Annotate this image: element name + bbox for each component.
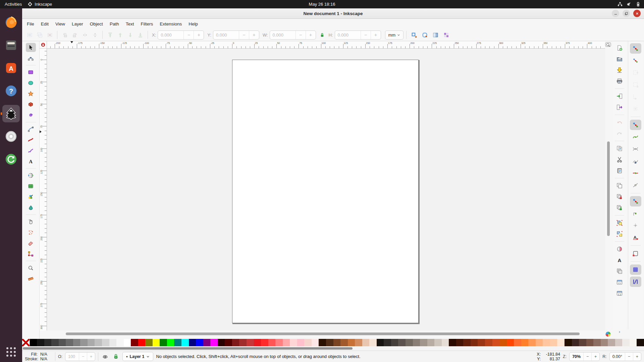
palette-swatch[interactable] [30, 339, 37, 346]
lower-to-bottom-button[interactable] [136, 30, 145, 40]
palette-swatch[interactable] [239, 339, 247, 346]
width-input[interactable]: 0.000 [270, 31, 296, 39]
palette-swatch[interactable] [434, 339, 442, 346]
raise-to-top-button[interactable] [105, 30, 115, 40]
tool-selector[interactable] [26, 43, 36, 52]
menu-extensions[interactable]: Extensions [156, 20, 185, 28]
palette-swatch[interactable] [44, 339, 52, 346]
palette-swatch[interactable] [95, 339, 102, 346]
tool-spray[interactable] [26, 228, 36, 237]
move-gradients-toggle[interactable] [431, 30, 440, 40]
palette-swatch[interactable] [507, 339, 514, 346]
palette-swatch[interactable] [485, 339, 492, 346]
commands-bar-overflow-button[interactable]: › [616, 328, 623, 335]
tool-box-3d[interactable] [26, 100, 36, 109]
palette-swatch[interactable] [225, 339, 232, 346]
palette-swatch[interactable] [319, 339, 326, 346]
palette-swatch[interactable] [442, 339, 449, 346]
snap-smooth-nodes-toggle[interactable] [630, 168, 641, 178]
palette-swatch[interactable] [377, 339, 384, 346]
palette-swatch[interactable] [247, 339, 254, 346]
maximize-button[interactable] [623, 10, 630, 17]
tool-spiral[interactable] [26, 111, 36, 120]
palette-swatch[interactable] [196, 339, 203, 346]
close-button[interactable] [633, 10, 641, 17]
x-increment-button[interactable]: + [194, 31, 204, 39]
height-input[interactable]: 0.000 [335, 31, 361, 39]
snap-bounding-box-toggle[interactable] [630, 55, 641, 66]
color-managed-view-toggle[interactable] [605, 331, 611, 337]
palette-swatch[interactable] [51, 339, 59, 346]
palette-swatch[interactable] [268, 339, 276, 346]
width-increment-button[interactable]: + [306, 31, 316, 39]
palette-swatch[interactable] [203, 339, 211, 346]
layers-dialog-button[interactable] [614, 266, 625, 276]
vertical-scrollbar-thumb[interactable] [607, 141, 610, 236]
new-document-button[interactable] [614, 43, 625, 53]
palette-swatch[interactable] [406, 339, 413, 346]
rotation-input[interactable]: 0.00° [610, 353, 625, 361]
palette-swatch[interactable] [340, 339, 348, 346]
horizontal-scrollbar[interactable] [47, 331, 605, 337]
palette-swatch[interactable] [579, 339, 586, 346]
palette-swatch[interactable] [521, 339, 529, 346]
palette-swatch[interactable] [275, 339, 283, 346]
flip-vertical-button[interactable] [90, 30, 100, 40]
palette-swatch[interactable] [326, 339, 333, 346]
menu-file[interactable]: File [23, 20, 38, 28]
select-all-button[interactable] [25, 30, 34, 40]
snap-path-intersections-toggle[interactable] [630, 144, 641, 154]
palette-swatch[interactable] [427, 339, 435, 346]
tool-node-editor[interactable] [26, 54, 36, 63]
tool-tweak[interactable] [26, 217, 36, 226]
minimize-button[interactable] [612, 10, 619, 17]
activities-button[interactable]: Activities [5, 2, 22, 7]
page[interactable] [232, 60, 419, 323]
palette-swatch[interactable] [572, 339, 579, 346]
rotation-decrement-button[interactable]: − [625, 353, 633, 361]
unlink-clone-button[interactable] [614, 203, 625, 213]
snap-bbox-edges-toggle[interactable] [630, 67, 641, 78]
tool-dropper[interactable] [26, 192, 36, 201]
opacity-decrement-button[interactable]: − [79, 353, 87, 361]
palette-swatch[interactable] [37, 339, 44, 346]
palette-swatch[interactable] [471, 339, 478, 346]
menu-filters[interactable]: Filters [137, 20, 156, 28]
palette-swatch[interactable] [124, 339, 131, 346]
copy-button[interactable] [614, 144, 625, 153]
snap-object-centers-toggle[interactable] [630, 208, 641, 219]
palette-swatch[interactable] [189, 339, 196, 346]
palette-swatch[interactable] [333, 339, 341, 346]
ungroup-button[interactable] [614, 229, 625, 239]
snap-bbox-edge-midpoints-toggle[interactable] [630, 92, 641, 102]
raise-button[interactable] [115, 30, 125, 40]
palette-swatch[interactable] [615, 339, 623, 346]
opacity-input[interactable]: 100 [65, 353, 79, 361]
palette-swatch[interactable] [449, 339, 456, 346]
enable-snapping-toggle[interactable] [630, 43, 641, 54]
menu-object[interactable]: Object [87, 20, 106, 28]
layer-visibility-toggle[interactable] [101, 353, 109, 361]
app-menu[interactable]: Inkscape [28, 2, 52, 7]
tool-connector[interactable] [26, 249, 36, 258]
import-button[interactable] [614, 92, 625, 101]
palette-swatch[interactable] [391, 339, 398, 346]
snap-paths-toggle[interactable] [630, 132, 641, 142]
horizontal-scrollbar-thumb[interactable] [66, 333, 580, 335]
duplicate-button[interactable] [614, 181, 625, 190]
palette-swatch[interactable] [174, 339, 181, 346]
dock-item-help[interactable]: ? [2, 82, 20, 100]
vertical-scrollbar[interactable] [606, 49, 610, 330]
create-clone-button[interactable] [614, 192, 625, 201]
menu-help[interactable]: Help [185, 20, 201, 28]
snap-line-midpoints-toggle[interactable] [630, 180, 641, 190]
layer-lock-toggle[interactable] [112, 353, 120, 361]
tool-calligraphy[interactable] [26, 135, 36, 144]
palette-swatch[interactable] [593, 339, 601, 346]
palette-swatch[interactable] [586, 339, 594, 346]
palette-swatch[interactable] [131, 339, 138, 346]
palette-swatch[interactable] [601, 339, 608, 346]
palette-swatch[interactable] [88, 339, 95, 346]
snap-guides-toggle[interactable] [630, 277, 641, 287]
lower-button[interactable] [125, 30, 135, 40]
